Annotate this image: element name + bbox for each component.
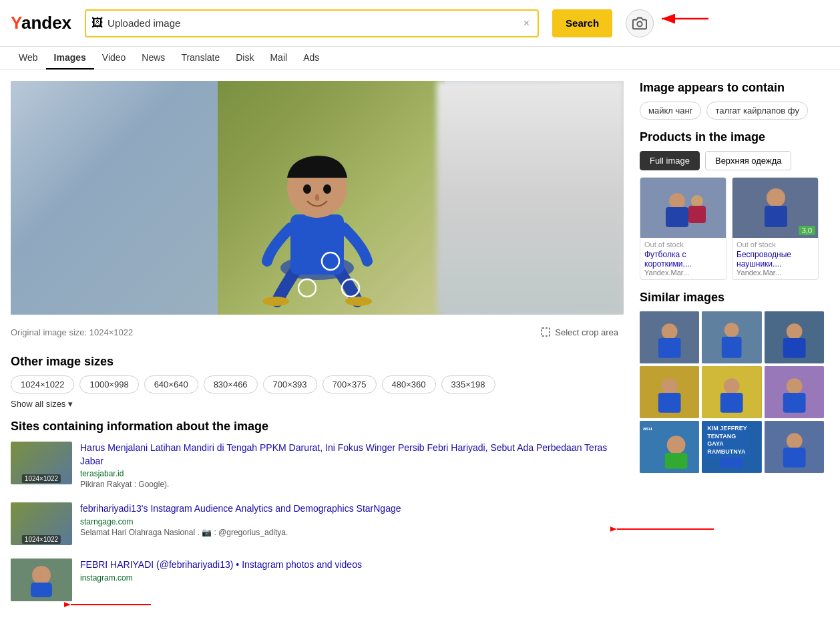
clear-button[interactable]: × — [521, 17, 532, 29]
svg-text:asu: asu — [643, 426, 652, 432]
bg-right — [437, 81, 624, 315]
tab-web[interactable]: Web — [11, 47, 46, 69]
svg-point-53 — [786, 433, 802, 449]
camera-button[interactable] — [626, 9, 654, 37]
bg-left — [11, 81, 218, 315]
site-thumb-label-0: 1024×1022 — [22, 474, 61, 483]
size-chip-0[interactable]: 1024×1022 — [11, 375, 74, 393]
main-container: Original image size: 1024×1022 Select cr… — [0, 70, 840, 625]
image-info-bar: Original image size: 1024×1022 Select cr… — [11, 320, 624, 344]
similar-img-7[interactable]: KIM JEFFREYTENTANGGAYARAMBUTNYA — [702, 421, 761, 473]
site-link-2[interactable]: FEBRI HARIYADI (@febrihariyadi13) • Inst… — [80, 559, 624, 572]
product-cards-container: Out of stock Футболка с короткими.... Ya… — [640, 177, 824, 280]
similar-section: Similar images — [640, 291, 824, 473]
similar-img-1[interactable] — [702, 311, 761, 363]
select-crop-button[interactable]: Select crop area — [535, 324, 624, 340]
tag-chips-container: майкл чанг талгат кайрлапов фу — [640, 102, 824, 120]
site-link-0[interactable]: Harus Menjalani Latihan Mandiri di Tenga… — [80, 442, 624, 468]
svg-rect-21 — [666, 207, 688, 227]
svg-point-47 — [667, 436, 686, 454]
content-left: Original image size: 1024×1022 Select cr… — [0, 70, 634, 625]
product-name-1[interactable]: Беспроводные наушники.... — [737, 250, 814, 269]
search-button[interactable]: Search — [552, 9, 612, 37]
site-domain-2: instagram.com — [80, 573, 624, 583]
size-chip-2[interactable]: 640×640 — [144, 375, 198, 393]
svg-rect-35 — [783, 338, 805, 358]
tag-chip-0[interactable]: майкл чанг — [640, 102, 701, 120]
thumb-svg-2 — [11, 559, 72, 601]
svg-point-34 — [786, 323, 802, 339]
size-chip-1[interactable]: 1000×998 — [79, 375, 138, 393]
size-chip-7[interactable]: 335×198 — [441, 375, 495, 393]
svg-rect-54 — [783, 448, 805, 468]
site-info-1: febrihariyadi13's Instagram Audience Ana… — [80, 502, 624, 537]
contains-title: Image appears to contain — [640, 81, 824, 95]
svg-point-37 — [662, 378, 678, 394]
original-size-text: Original image size: 1024×1022 — [11, 327, 133, 337]
preview-image — [11, 81, 624, 315]
product-tabs: Full image Верхняя одежда — [640, 151, 824, 170]
arrow-indicator — [655, 5, 715, 39]
show-all-sizes-button[interactable]: Show all sizes ▾ — [11, 399, 73, 409]
sidebar-right: Image appears to contain майкл чанг талг… — [634, 70, 835, 625]
tab-translate[interactable]: Translate — [173, 47, 228, 69]
svg-rect-44 — [783, 393, 805, 413]
similar-img-2[interactable] — [765, 311, 824, 363]
product-tab-full-image[interactable]: Full image — [640, 151, 700, 170]
product-shop-1: Yandex.Mar... — [737, 269, 814, 277]
yandex-logo[interactable]: Yandex — [11, 13, 71, 33]
site-link-1[interactable]: febrihariyadi13's Instagram Audience Ana… — [80, 502, 624, 516]
size-chip-4[interactable]: 700×393 — [263, 375, 317, 393]
chevron-down-icon: ▾ — [68, 399, 73, 409]
svg-rect-13 — [542, 328, 550, 336]
search-bar: 🖼 Uploaded image × — [85, 9, 539, 37]
sites-section: Sites containing information about the i… — [11, 420, 624, 601]
product-shop-0: Yandex.Mar... — [644, 269, 722, 277]
uploaded-image-icon: 🖼 — [91, 16, 103, 30]
similar-img-8[interactable] — [765, 421, 824, 473]
similar-title: Similar images — [640, 291, 824, 305]
similar-img-0[interactable] — [640, 311, 699, 363]
site-thumb-0: 1024×1022 — [11, 442, 72, 484]
svg-rect-6 — [290, 214, 344, 275]
site-domain-1: starngage.com — [80, 517, 624, 526]
svg-point-0 — [637, 21, 642, 26]
size-chips-container: 1024×1022 1000×998 640×640 830×466 700×3… — [11, 375, 624, 393]
tab-ads[interactable]: Ads — [295, 47, 327, 69]
svg-point-22 — [691, 195, 703, 207]
product-card-1: 3,0 Out of stock Беспроводные наушники..… — [732, 177, 819, 280]
size-chip-6[interactable]: 480×360 — [382, 375, 436, 393]
products-title: Products in the image — [640, 130, 824, 144]
size-chip-5[interactable]: 700×375 — [323, 375, 377, 393]
svg-point-9 — [323, 184, 331, 194]
svg-point-16 — [32, 566, 51, 585]
product-tab-clothing[interactable]: Верхняя одежда — [705, 151, 791, 170]
svg-rect-48 — [665, 453, 688, 469]
svg-rect-23 — [688, 206, 706, 223]
tag-chip-1[interactable]: талгат кайрлапов фу — [706, 102, 808, 120]
product-name-0[interactable]: Футболка с короткими.... — [644, 250, 722, 269]
tab-mail[interactable]: Mail — [262, 47, 295, 69]
site-thumb-1: 1024×1022 — [11, 502, 72, 545]
product-out-stock-0: Out of stock — [644, 241, 722, 249]
site-info-2: FEBRI HARIYADI (@febrihariyadi13) • Inst… — [80, 559, 624, 584]
site-info-0: Harus Menjalani Latihan Mandiri di Tenga… — [80, 442, 624, 489]
size-chip-3[interactable]: 830×466 — [204, 375, 258, 393]
similar-img-4[interactable] — [702, 366, 761, 418]
similar-grid: asu KIM JEFFREYTENTANGGAYARAMBUTNYA — [640, 311, 824, 473]
tab-images[interactable]: Images — [46, 47, 94, 69]
svg-point-5 — [345, 297, 372, 306]
svg-rect-41 — [720, 393, 743, 413]
similar-img-3[interactable] — [640, 366, 699, 418]
tab-disk[interactable]: Disk — [228, 47, 262, 69]
svg-point-4 — [262, 297, 289, 306]
tab-news[interactable]: News — [134, 47, 173, 69]
product-img-svg-0 — [640, 178, 726, 238]
svg-point-28 — [662, 323, 678, 339]
similar-img-6[interactable]: asu — [640, 421, 699, 473]
svg-point-43 — [786, 378, 802, 394]
tab-video[interactable]: Video — [94, 47, 134, 69]
sites-title: Sites containing information about the i… — [11, 420, 624, 434]
similar-img-5[interactable] — [765, 366, 824, 418]
search-input-text: Uploaded image — [108, 17, 521, 29]
